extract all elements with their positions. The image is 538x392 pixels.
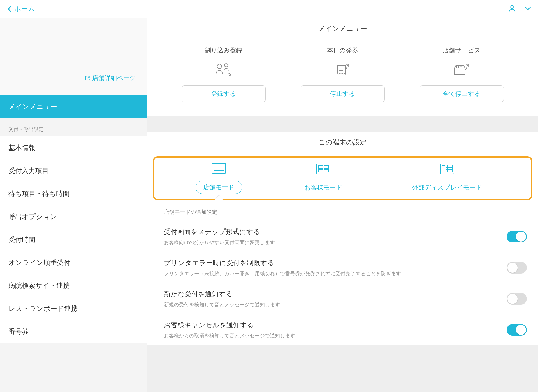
svg-point-2 xyxy=(224,64,228,67)
customer-mode-icon xyxy=(316,163,331,176)
mode-store[interactable]: 店舗モード xyxy=(196,163,242,194)
sidebar-item-restaurant[interactable]: レストランボード連携 xyxy=(0,297,147,320)
back-label: ホーム xyxy=(14,4,35,13)
setting-printer: プリンタエラー時に受付を制限するプリンタエラー（未接続、カバー開き、用紙切れ）で… xyxy=(147,252,538,283)
svg-rect-8 xyxy=(324,169,328,172)
sidebar-item-input[interactable]: 受付入力項目 xyxy=(0,159,147,182)
sidebar-item-hours[interactable]: 受付時間 xyxy=(0,228,147,251)
subsection-title: 店舗モードの追加設定 xyxy=(147,200,538,221)
stop-button[interactable]: 停止する xyxy=(301,85,385,102)
people-swap-icon xyxy=(214,62,233,78)
mode-display[interactable]: 外部ディスプレイモード xyxy=(405,163,490,194)
main-menu-title: メインメニュー xyxy=(147,18,538,39)
setting-notify-cancel: お客様キャンセルを通知するお客様からの取消を検知して音とメッセージで通知します xyxy=(147,314,538,346)
chevron-down-icon[interactable] xyxy=(525,6,531,11)
toggle-step[interactable] xyxy=(507,231,527,242)
store-detail-link[interactable]: 店舗詳細ページ xyxy=(85,74,136,82)
sidebar-item-wait[interactable]: 待ち項目・待ち時間 xyxy=(0,182,147,205)
pointer-indicator xyxy=(214,195,223,200)
display-mode-icon xyxy=(440,163,454,176)
receipt-refresh-icon xyxy=(334,62,351,78)
sidebar-item-hospital[interactable]: 病院検索サイト連携 xyxy=(0,274,147,297)
card-title-interrupt: 割り込み登録 xyxy=(205,46,242,55)
chevron-left-icon xyxy=(7,5,12,13)
svg-rect-7 xyxy=(318,169,323,172)
card-title-service: 店舗サービス xyxy=(443,46,481,55)
store-mode-icon xyxy=(212,163,226,175)
svg-rect-5 xyxy=(318,165,323,168)
register-button[interactable]: 登録する xyxy=(182,85,266,102)
store-link-label: 店舗詳細ページ xyxy=(92,74,136,82)
main-content: メインメニュー 割り込み登録 登録する 本日の発券 停止する 店舗サービス xyxy=(147,18,538,392)
toggle-notify-new[interactable] xyxy=(507,293,527,305)
toggle-notify-cancel[interactable] xyxy=(507,324,527,336)
sidebar: 店舗詳細ページ メインメニュー 受付・呼出設定 基本情報 受付入力項目 待ち項目… xyxy=(0,18,147,392)
sidebar-item-online[interactable]: オンライン順番受付 xyxy=(0,251,147,274)
sidebar-item-basic[interactable]: 基本情報 xyxy=(0,136,147,159)
terminal-title: この端末の設定 xyxy=(147,132,538,153)
stop-all-button[interactable]: 全て停止する xyxy=(420,85,504,102)
sidebar-item-call[interactable]: 呼出オプション xyxy=(0,205,147,228)
svg-rect-10 xyxy=(442,165,445,172)
svg-point-0 xyxy=(511,5,514,8)
sidebar-section-reception: 受付・呼出設定 xyxy=(0,118,147,136)
svg-rect-6 xyxy=(324,165,328,168)
setting-notify-new: 新たな受付を通知する新規の受付を検知して音とメッセージで通知します xyxy=(147,283,538,314)
setting-step: 受付画面をステップ形式にするお客様向けの分かりやすい受付画面に変更します xyxy=(147,221,538,252)
mode-customer[interactable]: お客様モード xyxy=(297,163,350,194)
card-title-today: 本日の発券 xyxy=(327,46,358,55)
store-refresh-icon xyxy=(453,62,471,78)
back-button[interactable]: ホーム xyxy=(7,4,35,13)
sidebar-item-ticket[interactable]: 番号券 xyxy=(0,320,147,343)
external-link-icon xyxy=(85,76,90,81)
svg-point-1 xyxy=(217,64,222,69)
user-icon[interactable] xyxy=(508,4,516,14)
svg-rect-3 xyxy=(212,163,226,173)
sidebar-main-menu[interactable]: メインメニュー xyxy=(0,95,147,118)
toggle-printer[interactable] xyxy=(507,262,527,274)
